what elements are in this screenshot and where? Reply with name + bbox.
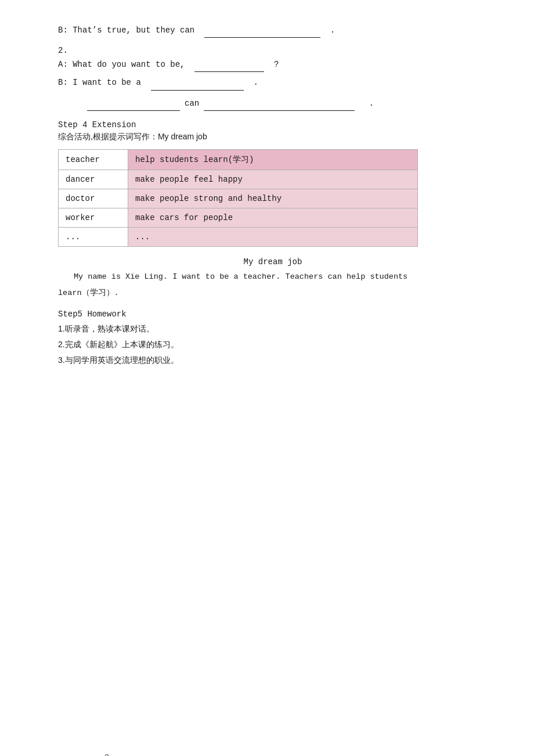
sample-body2: learn（学习）. [58,286,488,300]
step5-section: Step5 Homework 1.听录音，熟读本课对话。2.完成《新起航》上本课… [58,309,488,368]
step4-heading: Step 4 Extension [58,120,488,129]
sample-title: My dream job [58,257,488,267]
sample-body1: My name is Xie Ling. I want to be a teac… [58,270,488,284]
can-punctuation: . [369,96,374,111]
job-cell: worker [59,208,128,227]
can-word: can [185,96,199,111]
table-row: ...... [59,227,418,246]
dialog-b1-text: B: That’s true, but they can [58,26,194,35]
dialog-b2-text: B: I want to be a [58,78,141,87]
description-cell: make cars for people [128,208,418,227]
blank-b1[interactable] [204,28,320,38]
table-row: teacherhelp students learn(学习) [59,149,418,170]
description-cell: ... [128,227,418,246]
blank-can-right[interactable] [204,101,355,111]
homework-item: 3.与同学用英语交流理想的职业。 [58,352,488,368]
table-row: doctormake people strong and healthy [59,189,418,208]
job-cell: doctor [59,189,128,208]
step5-heading: Step5 Homework [58,309,488,319]
homework-item: 1.听录音，熟读本课对话。 [58,321,488,337]
description-cell: make people strong and healthy [128,189,418,208]
dialog-b1-punctuation: . [330,26,335,35]
dialog-b2-punctuation: . [253,78,258,87]
description-cell: help students learn(学习) [128,149,418,170]
blank-can-left[interactable] [87,101,180,111]
step4-subheading: 综合活动,根据提示词写作：My dream job [58,132,488,142]
job-cell: ... [59,227,128,246]
can-line: can . [58,96,488,111]
blank-b2[interactable] [151,81,244,91]
page-number: 2 [104,753,109,756]
dialog-a2-qmark: ? [274,60,279,69]
dialog-a2: A: What do you want to be, ? [58,57,488,72]
dialog-b1: B: That’s true, but they can . [58,23,488,38]
dialog-b2: B: I want to be a . [58,75,488,90]
table-row: workermake cars for people [59,208,418,227]
question-2-number: 2. [58,46,488,55]
job-cell: dancer [59,170,128,189]
job-cell: teacher [59,149,128,170]
table-row: dancermake people feel happy [59,170,418,189]
dream-job-table: teacherhelp students learn(学习)dancermake… [58,149,418,247]
blank-a2[interactable] [194,63,264,73]
homework-item: 2.完成《新起航》上本课的练习。 [58,337,488,352]
description-cell: make people feel happy [128,170,418,189]
dialog-a2-text: A: What do you want to be, [58,60,185,69]
